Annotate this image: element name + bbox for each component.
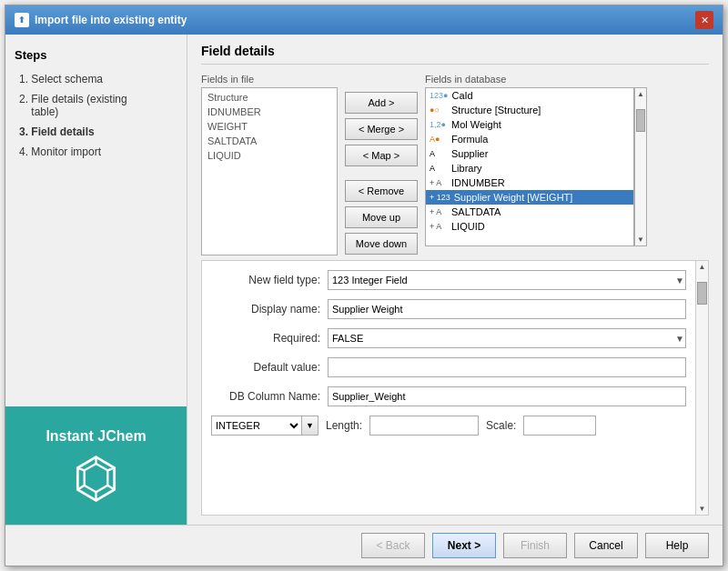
fields-in-file-box: Fields in file Structure IDNUMBER WEIGHT… [201,74,338,255]
merge-button[interactable]: < Merge > [345,118,418,140]
default-value-label: Default value: [211,361,320,374]
db-item-icon-supplier: A [430,149,448,158]
step-3: 3. Field details [19,125,177,138]
close-button[interactable]: ✕ [695,11,713,29]
required-label: Required: [211,332,320,345]
db-item-molweight[interactable]: 1,2● Mol Weight [426,117,633,132]
steps-list: 1. Select schema 2. File details (existi… [15,73,177,158]
fields-section: Fields in file Structure IDNUMBER WEIGHT… [201,74,709,255]
new-field-type-row: New field type: 123 Integer Field ▼ [211,270,686,290]
finish-button[interactable]: Finish [503,533,567,558]
detail-panel: New field type: 123 Integer Field ▼ Disp… [201,260,696,516]
db-column-label: DB Column Name: [211,390,320,403]
scroll-arrow-up[interactable]: ▲ [635,88,646,100]
length-label: Length: [326,419,362,432]
display-name-label: Display name: [211,303,320,316]
db-item-icon-structure: ●○ [430,105,448,115]
dialog-title: Import file into existing entity [35,14,187,26]
scale-input[interactable] [523,416,596,436]
db-column-row: DB Column Name: [211,386,686,406]
panel-title: Field details [201,44,709,65]
remove-button[interactable]: < Remove [345,180,418,202]
step-1: 1. Select schema [19,73,177,85]
new-field-type-select[interactable]: 123 Integer Field [328,270,686,290]
db-item-icon-formula: A● [430,135,448,144]
length-input[interactable] [369,416,479,436]
dialog: ⬆ Import file into existing entity ✕ Ste… [5,5,723,566]
db-item-icon-library: A [430,164,448,173]
fields-in-db-list[interactable]: 123● CaId ●○ Structure [Structure] 1,2● … [425,87,634,246]
fields-in-db-box: Fields in database 123● CaId ●○ Structur… [425,74,647,255]
required-select[interactable]: FALSE TRUE [328,328,686,348]
detail-scroll-track [696,273,708,503]
new-field-type-select-container: 123 Integer Field ▼ [328,270,686,290]
sidebar-title: Steps [15,48,177,62]
main-content: Steps 1. Select schema 2. File details (… [5,35,723,525]
scale-label: Scale: [486,419,516,432]
display-name-row: Display name: [211,299,686,319]
brand-logo-icon [71,454,121,504]
cancel-button[interactable]: Cancel [574,533,638,558]
fields-in-file-list[interactable]: Structure IDNUMBER WEIGHT SALTDATA LIQUI… [201,87,338,255]
bottom-bar: < Back Next > Finish Cancel Help [5,525,723,566]
brand-name: Instant JChem [46,428,146,445]
required-row: Required: FALSE TRUE ▼ [211,328,686,348]
logo-area: Instant JChem [5,406,187,525]
type-select[interactable]: INTEGER [211,416,302,436]
db-item-formula[interactable]: A● Formula [426,132,633,146]
db-item-icon-saltdata: + A [430,207,448,216]
db-item-weight[interactable]: + 123 Supplier Weight [WEIGHT] [426,190,633,205]
file-field-saltdata[interactable]: SALTDATA [204,134,335,148]
db-item-liquid[interactable]: + A LIQUID [426,219,633,234]
file-field-structure[interactable]: Structure [204,90,335,105]
middle-buttons: Add > < Merge > < Map > < Remove Move up… [345,74,418,255]
fields-in-db-label: Fields in database [425,74,647,85]
db-item-icon-caid: 123● [430,91,448,100]
dialog-icon: ⬆ [15,13,29,27]
file-field-weight[interactable]: WEIGHT [204,119,335,134]
db-item-icon-liquid: + A [430,222,448,231]
db-column-input[interactable] [328,386,686,406]
detail-scroll-up[interactable]: ▲ [697,261,708,273]
detail-scroll-down[interactable]: ▼ [697,503,708,515]
db-item-structure[interactable]: ●○ Structure [Structure] [426,103,633,117]
default-value-row: Default value: [211,357,686,377]
display-name-input[interactable] [328,299,686,319]
file-field-idnumber[interactable]: IDNUMBER [204,105,335,119]
db-item-icon-molweight: 1,2● [430,120,448,129]
move-down-button[interactable]: Move down [345,233,418,255]
type-arrow-btn[interactable]: ▼ [302,416,318,436]
scroll-arrow-down[interactable]: ▼ [635,234,646,245]
next-button[interactable]: Next > [432,533,496,558]
title-bar: ⬆ Import file into existing entity ✕ [5,5,723,35]
svg-marker-1 [85,464,108,492]
default-value-input[interactable] [328,357,686,377]
fields-in-file-label: Fields in file [201,74,338,85]
type-select-container: INTEGER ▼ [211,416,318,436]
scroll-track [635,100,646,234]
step-4: 4. Monitor import [19,145,177,158]
db-item-icon-weight: + 123 [430,193,450,202]
add-button[interactable]: Add > [345,92,418,114]
db-item-supplier[interactable]: A Supplier [426,146,633,161]
detail-scrollbar[interactable]: ▲ ▼ [696,260,709,516]
map-button[interactable]: < Map > [345,145,418,166]
sidebar: Steps 1. Select schema 2. File details (… [5,35,187,525]
required-select-container: FALSE TRUE ▼ [328,328,686,348]
db-list-scrollbar[interactable]: ▲ ▼ [634,87,647,246]
back-button[interactable]: < Back [361,533,425,558]
move-up-button[interactable]: Move up [345,206,418,228]
detail-scroll-thumb [697,282,707,305]
scroll-thumb [636,109,645,132]
right-panel: Field details Fields in file Structure I… [187,35,723,525]
type-row: INTEGER ▼ Length: Scale: [211,416,686,436]
db-item-icon-idnumber: + A [430,178,448,187]
file-field-liquid[interactable]: LIQUID [204,148,335,163]
db-item-caid[interactable]: 123● CaId [426,88,633,103]
db-item-idnumber[interactable]: + A IDNUMBER [426,175,633,190]
step-2: 2. File details (existing table) [19,93,177,118]
new-field-type-label: New field type: [211,274,320,286]
db-item-saltdata[interactable]: + A SALTDATA [426,205,633,219]
help-button[interactable]: Help [645,533,709,558]
db-item-library[interactable]: A Library [426,161,633,175]
